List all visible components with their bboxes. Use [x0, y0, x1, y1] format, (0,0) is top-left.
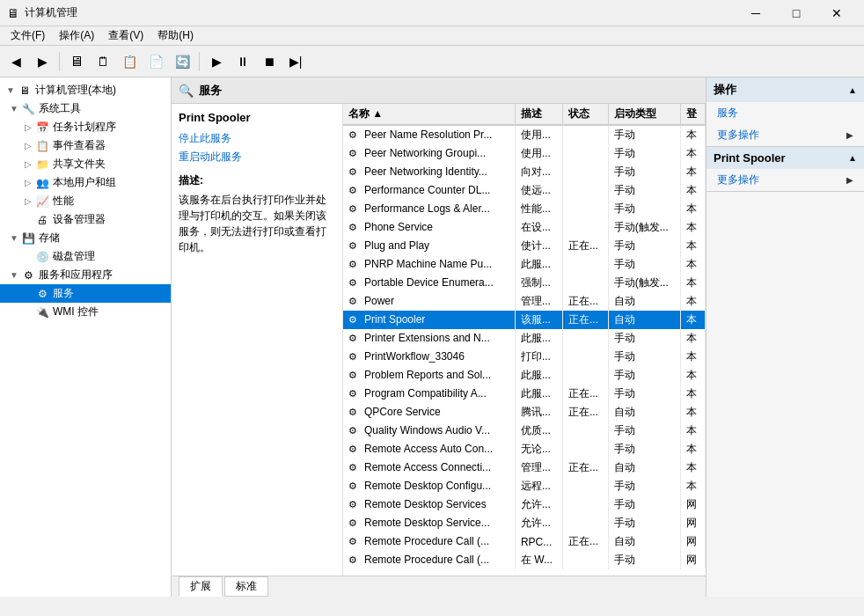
- dm-label: 设备管理器: [53, 212, 106, 227]
- properties-button[interactable]: 🗒: [91, 49, 115, 74]
- export-button[interactable]: 📄: [143, 49, 168, 74]
- service-status-cell: 正在...: [562, 385, 608, 403]
- table-row[interactable]: ⚙Peer Networking Groupi...使用...手动本: [343, 144, 706, 163]
- ts-label: 任务计划程序: [53, 120, 116, 135]
- window-controls: ─ □ ✕: [736, 0, 857, 26]
- table-row[interactable]: ⚙Remote Desktop Service...允许...手动网: [343, 514, 706, 532]
- table-row[interactable]: ⚙Remote Desktop Configu...远程...手动本: [343, 477, 706, 495]
- menu-file[interactable]: 文件(F): [4, 26, 52, 45]
- selected-service-name: Print Spooler: [179, 111, 335, 124]
- back-button[interactable]: ◀: [4, 49, 28, 74]
- table-row[interactable]: ⚙Performance Counter DL...使远...手动本: [343, 181, 706, 200]
- menu-view[interactable]: 查看(V): [101, 26, 150, 45]
- table-row[interactable]: ⚙Remote Procedure Call (...RPC...正在...自动…: [343, 532, 706, 551]
- table-row[interactable]: ⚙Peer Networking Identity...向对...手动本: [343, 163, 706, 181]
- tree-device-manager[interactable]: 🖨 设备管理器: [0, 210, 171, 229]
- dm-icon: 🖨: [35, 213, 49, 227]
- table-row[interactable]: ⚙Portable Device Enumera...强制...手动(触发...…: [343, 274, 706, 292]
- perf-expand: ▷: [21, 196, 35, 206]
- services-table-wrap[interactable]: 名称 ▲ 描述 状态 启动类型 登 ⚙Peer Name Resolution …: [343, 104, 706, 576]
- service-desc-cell: 腾讯...: [515, 403, 562, 422]
- help-button[interactable]: 📋: [117, 49, 142, 74]
- tree-wmi[interactable]: 🔌 WMI 控件: [0, 303, 171, 321]
- computer-mgmt-button[interactable]: 🖥: [64, 49, 89, 74]
- pause-button[interactable]: ⏸: [231, 49, 255, 74]
- table-row[interactable]: ⚙Problem Reports and Sol...此服...手动本: [343, 366, 706, 385]
- service-status-cell: [562, 274, 608, 292]
- col-login[interactable]: 登: [681, 104, 706, 125]
- table-row[interactable]: ⚙Program Compatibility A...此服...正在...手动本: [343, 385, 706, 403]
- menu-action[interactable]: 操作(A): [52, 26, 101, 45]
- table-row[interactable]: ⚙Quality Windows Audio V...优质...手动本: [343, 422, 706, 440]
- tree-disk-mgmt[interactable]: 💿 磁盘管理: [0, 247, 171, 266]
- tree-shared-folders[interactable]: ▷ 📁 共享文件夹: [0, 155, 171, 173]
- forward-button[interactable]: ▶: [30, 49, 55, 74]
- refresh-button[interactable]: 🔄: [170, 49, 194, 74]
- restart-button[interactable]: ▶|: [283, 49, 308, 74]
- content-area: 🔍 服务 Print Spooler 停止此服务 重启动此服务 描述: 该服务在…: [172, 77, 706, 597]
- service-login-cell: 网: [681, 551, 706, 569]
- stop-service-link[interactable]: 停止此服务: [179, 131, 335, 146]
- table-row[interactable]: ⚙Remote Access Auto Con...无论...手动本: [343, 440, 706, 458]
- service-desc-cell: 此服...: [515, 255, 562, 274]
- col-desc[interactable]: 描述: [515, 104, 562, 125]
- service-login-cell: 网: [681, 532, 706, 551]
- services-header: 🔍 服务: [172, 77, 706, 104]
- service-startup-cell: 手动: [608, 366, 681, 385]
- tree-services-apps[interactable]: ▼ ⚙ 服务和应用程序: [0, 266, 171, 284]
- minimize-button[interactable]: ─: [736, 0, 776, 26]
- tab-standard[interactable]: 标准: [224, 576, 268, 597]
- action-more-2[interactable]: 更多操作 ▶: [707, 169, 864, 191]
- tree-root[interactable]: ▼ 🖥 计算机管理(本地): [0, 81, 171, 99]
- tree-services[interactable]: ⚙ 服务: [0, 284, 171, 303]
- tree-local-users[interactable]: ▷ 👥 本地用户和组: [0, 173, 171, 192]
- restart-service-link[interactable]: 重启动此服务: [179, 150, 335, 165]
- lu-icon: 👥: [35, 176, 49, 190]
- table-row[interactable]: ⚙Phone Service在设...手动(触发...本: [343, 218, 706, 237]
- stop-button[interactable]: ⏹: [257, 49, 282, 74]
- table-row[interactable]: ⚙Power管理...正在...自动本: [343, 292, 706, 311]
- service-name-cell: ⚙Peer Name Resolution Pr...: [343, 125, 515, 144]
- action-section-2: Print Spooler ▲ 更多操作 ▶: [707, 147, 864, 192]
- service-name-cell: ⚙Peer Networking Identity...: [343, 163, 515, 181]
- service-name-cell: ⚙Remote Procedure Call (...: [343, 551, 515, 569]
- service-login-cell: 本: [681, 311, 706, 329]
- service-login-cell: 本: [681, 144, 706, 163]
- service-desc-cell: RPC...: [515, 532, 562, 551]
- tree-event-viewer[interactable]: ▷ 📋 事件查看器: [0, 136, 171, 155]
- action-more-2-arrow: ▶: [846, 175, 853, 185]
- service-status-cell: [562, 218, 608, 237]
- close-button[interactable]: ✕: [816, 0, 857, 26]
- col-name[interactable]: 名称 ▲: [343, 104, 515, 125]
- service-startup-cell: 手动: [608, 144, 681, 163]
- perf-label: 性能: [53, 194, 74, 209]
- table-row[interactable]: ⚙Printer Extensions and N...此服...手动本: [343, 329, 706, 348]
- tree-task-scheduler[interactable]: ▷ 📅 任务计划程序: [0, 118, 171, 136]
- table-row[interactable]: ⚙PrintWorkflow_33046打印...手动本: [343, 348, 706, 366]
- table-row[interactable]: ⚙Peer Name Resolution Pr...使用...手动本: [343, 125, 706, 144]
- action-section-2-title: Print Spooler: [714, 151, 786, 165]
- col-status[interactable]: 状态: [562, 104, 608, 125]
- table-row[interactable]: ⚙Remote Procedure Call (...在 W...手动网: [343, 551, 706, 569]
- table-row[interactable]: ⚙Remote Access Connecti...管理...正在...自动本: [343, 458, 706, 477]
- col-startup[interactable]: 启动类型: [608, 104, 681, 125]
- table-row[interactable]: ⚙Performance Logs & Aler...性能...手动本: [343, 200, 706, 218]
- tree-system-tools[interactable]: ▼ 🔧 系统工具: [0, 99, 171, 118]
- table-row[interactable]: ⚙QPCore Service腾讯...正在...自动本: [343, 403, 706, 422]
- menu-help[interactable]: 帮助(H): [150, 26, 201, 45]
- tree-storage[interactable]: ▼ 💾 存储: [0, 229, 171, 247]
- action-more-1[interactable]: 更多操作 ▶: [707, 124, 864, 146]
- table-row[interactable]: ⚙Print Spooler该服...正在...自动本: [343, 311, 706, 329]
- service-desc-cell: 使用...: [515, 144, 562, 163]
- service-name-cell: ⚙Program Compatibility A...: [343, 385, 515, 403]
- maximize-button[interactable]: □: [776, 0, 816, 26]
- tab-extended[interactable]: 扩展: [179, 576, 223, 597]
- wmi-icon: 🔌: [35, 305, 49, 319]
- table-row[interactable]: ⚙PNRP Machine Name Pu...此服...手动本: [343, 255, 706, 274]
- sf-expand: ▷: [21, 159, 35, 169]
- tree-performance[interactable]: ▷ 📈 性能: [0, 192, 171, 210]
- table-row[interactable]: ⚙Remote Desktop Services允许...手动网: [343, 495, 706, 514]
- start-button[interactable]: ▶: [204, 49, 229, 74]
- action-services[interactable]: 服务: [707, 102, 864, 124]
- table-row[interactable]: ⚙Plug and Play使计...正在...手动本: [343, 237, 706, 255]
